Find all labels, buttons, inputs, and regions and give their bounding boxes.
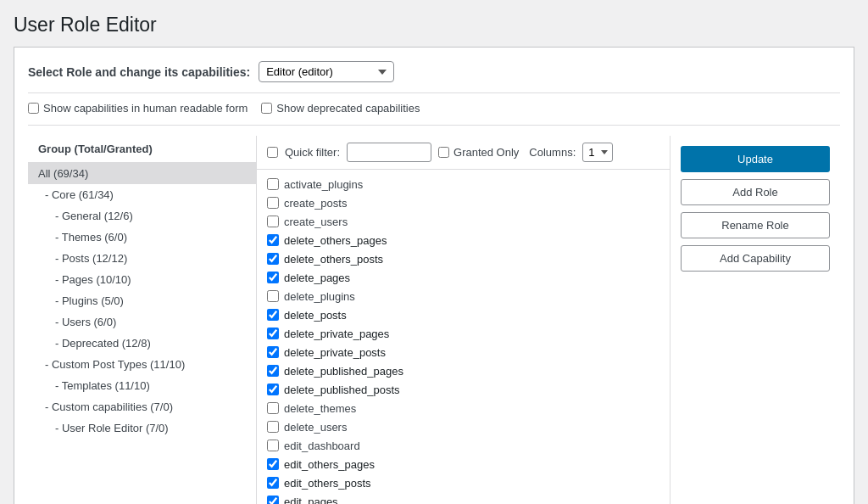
capability-checkbox[interactable] — [267, 458, 279, 470]
capability-item: delete_users — [257, 417, 670, 436]
capability-name: edit_dashboard — [284, 440, 360, 452]
group-item[interactable]: - User Role Editor (7/0) — [28, 417, 256, 439]
capability-name: delete_private_pages — [284, 328, 389, 340]
capability-checkbox[interactable] — [267, 365, 279, 377]
group-item[interactable]: - Plugins (5/0) — [28, 290, 256, 311]
capability-checkbox[interactable] — [267, 440, 279, 451]
capability-name: delete_themes — [284, 402, 356, 415]
capability-item: delete_published_posts — [257, 380, 670, 399]
capability-name: create_posts — [284, 197, 347, 210]
capability-item: edit_dashboard — [257, 436, 670, 455]
granted-only-checkbox[interactable] — [438, 147, 449, 158]
main-layout: Group (Total/Granted) All (69/34)- Core … — [28, 136, 840, 504]
capability-name: delete_posts — [284, 309, 347, 322]
group-item[interactable]: - Posts (12/12) — [28, 248, 256, 269]
capability-name: delete_private_posts — [284, 346, 386, 359]
update-button[interactable]: Update — [681, 146, 830, 172]
group-item[interactable]: - Themes (6/0) — [28, 227, 256, 248]
capability-name: delete_published_posts — [284, 384, 400, 396]
capability-item: delete_posts — [257, 305, 670, 324]
group-item[interactable]: - Pages (10/10) — [28, 269, 256, 290]
actions-panel: Update Add Role Rename Role Add Capabili… — [670, 136, 840, 504]
capability-name: delete_published_pages — [284, 365, 403, 378]
capability-item: delete_themes — [257, 399, 670, 417]
add-capability-button[interactable]: Add Capability — [681, 245, 830, 272]
page-title: User Role Editor — [14, 14, 854, 36]
capability-name: delete_others_posts — [284, 253, 383, 266]
group-panel: Group (Total/Granted) All (69/34)- Core … — [28, 136, 257, 504]
cap-filter-row: Quick filter: Granted Only Columns: 1 2 … — [257, 136, 670, 170]
group-list: All (69/34)- Core (61/34)- General (12/6… — [28, 163, 256, 439]
deprecated-label[interactable]: Show deprecated capabilities — [261, 102, 420, 115]
role-select-label: Select Role and change its capabilities: — [28, 65, 250, 79]
main-card: Select Role and change its capabilities:… — [14, 47, 854, 504]
capability-name: activate_plugins — [284, 178, 363, 191]
group-item[interactable]: All (69/34) — [28, 163, 256, 184]
human-readable-label[interactable]: Show capabilities in human readable form — [28, 102, 248, 115]
capability-checkbox[interactable] — [267, 234, 279, 246]
group-item[interactable]: - Custom Post Types (11/10) — [28, 354, 256, 375]
capability-item: edit_others_posts — [257, 473, 670, 492]
columns-label: Columns: — [529, 146, 576, 159]
capability-name: delete_others_pages — [284, 234, 387, 247]
capability-name: edit_others_pages — [284, 458, 375, 471]
role-select[interactable]: Editor (editor) Administrator Author Con… — [259, 61, 394, 82]
group-item[interactable]: - Custom capabilities (7/0) — [28, 396, 256, 417]
quick-filter-input[interactable] — [347, 143, 431, 162]
capability-name: delete_pages — [284, 272, 350, 284]
options-row: Show capabilities in human readable form… — [28, 102, 840, 126]
capability-item: delete_others_pages — [257, 231, 670, 249]
capability-checkbox[interactable] — [267, 477, 279, 489]
capability-name: edit_pages — [284, 496, 338, 505]
capability-item: delete_private_pages — [257, 324, 670, 343]
capability-checkbox[interactable] — [267, 384, 279, 395]
group-item[interactable]: - General (12/6) — [28, 205, 256, 227]
group-header: Group (Total/Granted) — [28, 136, 256, 163]
capability-checkbox[interactable] — [267, 346, 279, 358]
capability-item: edit_others_pages — [257, 455, 670, 473]
group-item[interactable]: - Deprecated (12/8) — [28, 333, 256, 354]
capability-item: delete_published_pages — [257, 361, 670, 380]
capabilities-panel: Quick filter: Granted Only Columns: 1 2 … — [257, 136, 670, 504]
capability-checkbox[interactable] — [267, 197, 279, 209]
capability-checkbox[interactable] — [267, 328, 279, 339]
granted-only-label[interactable]: Granted Only — [438, 146, 519, 159]
quick-filter-label: Quick filter: — [285, 146, 340, 159]
human-readable-checkbox[interactable] — [28, 103, 39, 114]
capability-item: delete_plugins — [257, 287, 670, 305]
capability-checkbox[interactable] — [267, 290, 279, 302]
capability-item: delete_others_posts — [257, 249, 670, 268]
capability-checkbox[interactable] — [267, 496, 279, 504]
deprecated-checkbox[interactable] — [261, 103, 272, 114]
rename-role-button[interactable]: Rename Role — [681, 212, 830, 238]
capability-checkbox[interactable] — [267, 421, 279, 433]
capability-checkbox[interactable] — [267, 309, 279, 321]
add-role-button[interactable]: Add Role — [681, 179, 830, 205]
capability-checkbox[interactable] — [267, 178, 279, 190]
capability-checkbox[interactable] — [267, 402, 279, 414]
capability-name: delete_plugins — [284, 290, 355, 303]
capability-checkbox[interactable] — [267, 253, 279, 265]
capability-name: edit_others_posts — [284, 477, 371, 490]
cap-list: activate_pluginscreate_postscreate_users… — [257, 170, 670, 504]
select-all-checkbox[interactable] — [267, 147, 278, 158]
capability-item: edit_pages — [257, 492, 670, 504]
columns-select[interactable]: 1 2 3 — [582, 143, 613, 162]
capability-item: delete_private_posts — [257, 343, 670, 361]
capability-checkbox[interactable] — [267, 216, 279, 227]
capability-item: create_users — [257, 212, 670, 231]
group-item[interactable]: - Templates (11/10) — [28, 375, 256, 396]
group-item[interactable]: - Users (6/0) — [28, 311, 256, 333]
capability-item: delete_pages — [257, 268, 670, 287]
content-area: Quick filter: Granted Only Columns: 1 2 … — [257, 136, 840, 504]
capability-checkbox[interactable] — [267, 272, 279, 283]
capability-item: create_posts — [257, 193, 670, 212]
capability-item: activate_plugins — [257, 175, 670, 193]
capability-name: create_users — [284, 216, 348, 228]
capability-name: delete_users — [284, 421, 347, 434]
group-item[interactable]: - Core (61/34) — [28, 184, 256, 205]
role-select-row: Select Role and change its capabilities:… — [28, 61, 840, 93]
